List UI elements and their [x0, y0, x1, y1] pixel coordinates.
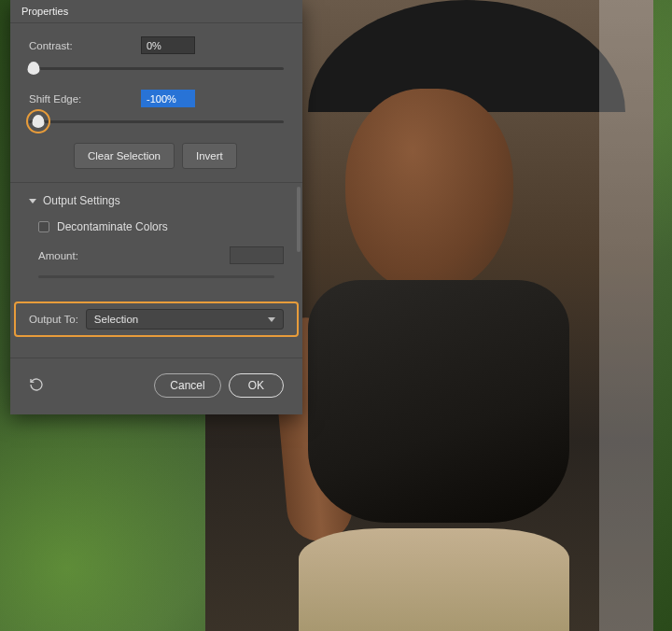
ok-button[interactable]: OK [229, 373, 284, 398]
amount-slider [38, 268, 274, 285]
amount-slider-track [38, 275, 274, 278]
output-settings-header[interactable]: Output Settings [29, 194, 284, 207]
decontaminate-label: Decontaminate Colors [57, 220, 168, 233]
decontaminate-checkbox[interactable] [38, 221, 49, 232]
output-to-selected: Selection [94, 314, 138, 325]
properties-tab[interactable]: Properties [10, 0, 79, 21]
invert-button[interactable]: Invert [182, 143, 237, 169]
shift-edge-row: Shift Edge: [29, 90, 284, 107]
contrast-slider-thumb[interactable] [28, 62, 40, 75]
output-settings-label: Output Settings [43, 194, 120, 207]
reset-icon[interactable] [29, 377, 44, 395]
shift-edge-label: Shift Edge: [29, 93, 141, 105]
selection-buttons-row: Clear Selection Invert [74, 143, 284, 169]
output-to-label: Output To: [29, 314, 78, 325]
cancel-button[interactable]: Cancel [154, 373, 220, 398]
photo-pants [299, 528, 569, 631]
contrast-slider[interactable] [29, 60, 284, 77]
selection-mask-overlay [599, 0, 653, 631]
properties-panel: Properties Contrast: Shift Edge: Clear S… [10, 0, 302, 414]
section-divider [10, 182, 302, 183]
shift-edge-slider-track [29, 120, 284, 123]
output-to-row: Output To: Selection [29, 309, 284, 330]
shift-edge-slider-thumb[interactable] [32, 115, 44, 128]
contrast-input[interactable] [141, 36, 195, 54]
panel-footer: Cancel OK [10, 358, 302, 414]
shift-edge-input[interactable] [141, 90, 195, 107]
panel-body: Contrast: Shift Edge: Clear Selection In… [10, 22, 302, 358]
decontaminate-row[interactable]: Decontaminate Colors [38, 220, 284, 233]
contrast-slider-track [29, 67, 284, 70]
contrast-label: Contrast: [29, 40, 141, 51]
clear-selection-button[interactable]: Clear Selection [74, 143, 175, 169]
amount-input [230, 246, 284, 264]
chevron-down-icon [268, 317, 275, 322]
panel-scrollbar[interactable] [297, 187, 301, 252]
photo-torso [308, 280, 569, 523]
amount-label: Amount: [38, 250, 141, 261]
chevron-down-icon [29, 199, 36, 203]
output-to-dropdown[interactable]: Selection [86, 309, 284, 330]
output-to-container: Output To: Selection [14, 301, 299, 337]
contrast-row: Contrast: [29, 36, 284, 54]
shift-edge-slider[interactable] [29, 113, 284, 130]
amount-row: Amount: [38, 246, 284, 264]
photo-face [345, 89, 513, 294]
footer-buttons: Cancel OK [154, 373, 284, 398]
